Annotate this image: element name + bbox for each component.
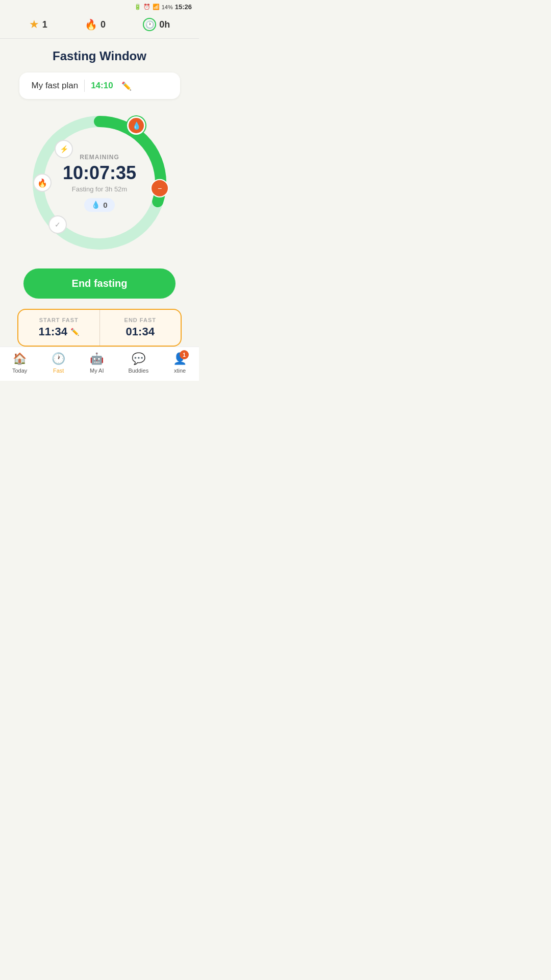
timer-value: 10:07:35 xyxy=(54,163,145,183)
fast-icon: 🕐 xyxy=(52,352,65,365)
nav-fast-label: Fast xyxy=(53,368,64,374)
buddies-icon: 💬 xyxy=(132,352,145,365)
nav-my-ai[interactable]: 🤖 My AI xyxy=(90,352,104,374)
timer-inner: REMAINING 10:07:35 Fasting for 3h 52m 💧 … xyxy=(54,154,145,212)
ai-icon: 🤖 xyxy=(90,352,104,365)
edit-plan-icon[interactable]: ✏️ xyxy=(121,81,132,91)
end-fast-time: 01:34 xyxy=(108,325,173,338)
profile-badge: 1 xyxy=(180,350,189,359)
end-fasting-button[interactable]: End fasting xyxy=(23,268,176,299)
fasting-for: Fasting for 3h 52m xyxy=(54,185,145,193)
remaining-label: REMAINING xyxy=(54,154,145,161)
clock-icon: 🕐 xyxy=(143,18,156,31)
fast-plan-card[interactable]: My fast plan 14:10 ✏️ xyxy=(19,72,180,99)
timer-container: ⚡ 💧 🔥 − ✓ REMAINING 10:07:35 Fasting for… xyxy=(28,111,171,254)
start-fast-col[interactable]: START FAST 11:34 ✏️ xyxy=(18,310,100,346)
start-fast-label: START FAST xyxy=(27,317,91,323)
flame-icon: 🔥 xyxy=(85,18,97,31)
fast-plan-value: 14:10 xyxy=(91,81,113,91)
battery-percent: 14% xyxy=(162,4,173,10)
stars-stat[interactable]: ★ 1 xyxy=(29,18,47,31)
flames-value: 0 xyxy=(101,19,106,30)
nav-today-label: Today xyxy=(12,368,27,374)
main-content: Fasting Window My fast plan 14:10 ✏️ ⚡ 💧… xyxy=(0,39,199,347)
minus-marker[interactable]: − xyxy=(151,179,169,198)
nav-profile[interactable]: 👤 xtine 1 xyxy=(173,352,187,374)
nav-fast[interactable]: 🕐 Fast xyxy=(52,352,65,374)
battery-icon: 🔋 xyxy=(134,4,141,10)
nav-profile-label: xtine xyxy=(174,368,186,374)
status-bar: 🔋 ⏰ 📶 14% 15:26 xyxy=(0,0,199,13)
end-fast-col[interactable]: END FAST 01:34 xyxy=(100,310,181,346)
hours-stat[interactable]: 🕐 0h xyxy=(143,18,170,31)
stars-value: 1 xyxy=(42,19,47,30)
fast-plan-label: My fast plan xyxy=(32,81,79,91)
star-icon: ★ xyxy=(29,18,39,31)
end-fast-label: END FAST xyxy=(108,317,173,323)
nav-ai-label: My AI xyxy=(90,368,104,374)
water-badge[interactable]: 💧 0 xyxy=(84,198,114,212)
flame-marker: 🔥 xyxy=(33,174,52,192)
alarm-icon: ⏰ xyxy=(143,4,151,10)
hours-value: 0h xyxy=(159,19,170,30)
section-title: Fasting Window xyxy=(53,49,146,63)
water-drop-marker[interactable]: 💧 xyxy=(127,116,145,135)
nav-today[interactable]: 🏠 Today xyxy=(12,352,27,374)
schedule-card: START FAST 11:34 ✏️ END FAST 01:34 xyxy=(17,309,182,347)
nav-buddies[interactable]: 💬 Buddies xyxy=(128,352,148,374)
water-drop-icon: 💧 xyxy=(91,201,100,209)
water-count: 0 xyxy=(103,201,107,209)
start-fast-time: 11:34 ✏️ xyxy=(27,325,91,338)
check-marker: ✓ xyxy=(48,215,67,234)
edit-start-icon[interactable]: ✏️ xyxy=(70,328,79,336)
status-time: 15:26 xyxy=(175,3,192,11)
bottom-nav: 🏠 Today 🕐 Fast 🤖 My AI 💬 Buddies 👤 xtine… xyxy=(0,347,199,381)
top-stats-row: ★ 1 🔥 0 🕐 0h xyxy=(0,13,199,39)
nav-buddies-label: Buddies xyxy=(128,368,148,374)
flames-stat[interactable]: 🔥 0 xyxy=(85,18,106,31)
home-icon: 🏠 xyxy=(13,352,27,365)
divider xyxy=(84,80,85,92)
wifi-icon: 📶 xyxy=(153,4,160,10)
status-icons: 🔋 ⏰ 📶 14% 15:26 xyxy=(134,3,192,11)
